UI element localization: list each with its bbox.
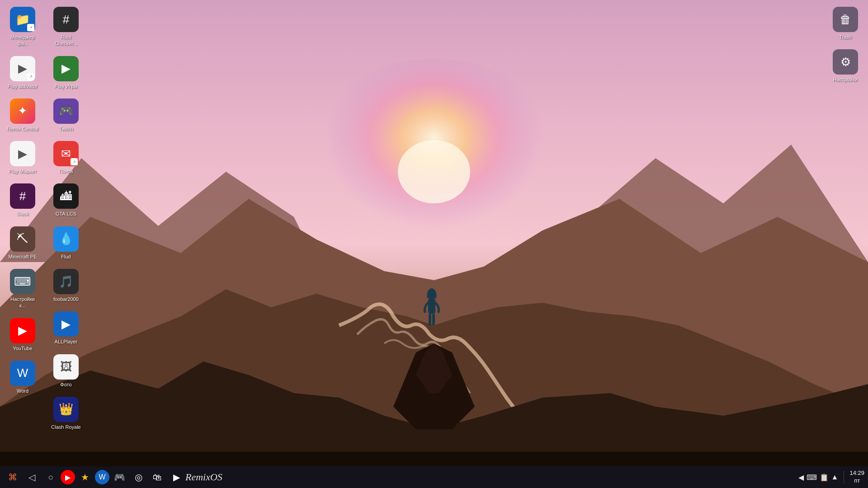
desktop-icon-label-minecraft-pe: Minecraft PE xyxy=(9,253,37,260)
desktop-icon-root-checker[interactable]: #Root Checker... xyxy=(48,5,84,49)
star-taskbar-icon[interactable]: ★ xyxy=(76,468,94,486)
desktop-icon-clash-royale[interactable]: 👑Clash Royale xyxy=(48,394,84,432)
desktop-icon-label-play-igry: Play Игры xyxy=(55,83,77,89)
clipboard-icon[interactable]: 📋 xyxy=(820,473,829,482)
desktop-icon-img-play-igry: ▶ xyxy=(53,56,79,81)
desktop-icon-minecraft-pe[interactable]: ⛏Minecraft PE xyxy=(5,224,41,262)
desktop-icon-img-play-activator: ▶↗ xyxy=(10,56,35,81)
audio-icon[interactable]: ◀ xyxy=(798,473,804,482)
word-taskbar-icon[interactable]: W xyxy=(95,470,109,484)
taskbar-separator xyxy=(844,471,844,483)
desktop-icon-play-activator[interactable]: ▶↗Play activator xyxy=(5,54,41,92)
desktop-icon-img-pochta: ✉↗ xyxy=(53,141,79,166)
desktop-icon-img-root-checker: # xyxy=(53,7,79,32)
desktop-icon-label-clash-royale: Clash Royale xyxy=(51,424,80,430)
desktop-icon-img-settings-k: ⌨ xyxy=(10,269,35,294)
desktop-icon-twitch[interactable]: 🎮Twitch xyxy=(48,96,84,134)
youtube-taskbar-icon[interactable]: ▶ xyxy=(61,470,75,484)
remix-brand-label: RemixOS xyxy=(185,471,222,483)
desktop-icon-trash[interactable]: 🗑Trash xyxy=(827,5,863,42)
desktop-icon-img-play-market: ▶ xyxy=(10,141,35,166)
desktop-icon-img-settings-sys: ⚙ xyxy=(833,49,858,75)
taskbar-right: ◀⌨📋▲ 14:29 пт xyxy=(798,469,864,485)
notification-icon[interactable]: ▲ xyxy=(831,473,839,481)
desktop-icon-label-allplayer: ALLPlayer xyxy=(55,338,78,345)
back-button[interactable]: ◁ xyxy=(23,468,41,486)
desktop-icon-label-twitch: Twitch xyxy=(59,126,73,132)
desktop-icon-label-settings-k: Настройки к... xyxy=(7,296,38,309)
desktop-icon-img-file-manager: 📁↗ xyxy=(10,7,35,32)
keyboard-icon[interactable]: ⌨ xyxy=(807,473,817,482)
desktop-icon-label-settings-sys: Настройки xyxy=(833,76,858,83)
desktop-icon-img-allplayer: ▶ xyxy=(53,311,79,337)
play-taskbar-icon[interactable]: ▶ xyxy=(167,468,185,486)
desktop-icon-img-foobar2000: 🎵 xyxy=(53,269,79,294)
desktop-icon-label-file-manager: Менеджер фа... xyxy=(7,34,38,47)
desktop-icon-settings-k[interactable]: ⌨Настройки к... xyxy=(5,267,41,311)
desktop-icon-flud[interactable]: 💧Flud xyxy=(48,224,84,262)
shortcut-badge: ↗ xyxy=(27,24,34,31)
clock-day: пт xyxy=(849,477,864,485)
desktop-icon-slack[interactable]: #Slack xyxy=(5,181,41,219)
twitch-taskbar-icon[interactable]: 🎮 xyxy=(110,468,128,486)
desktop-icon-label-play-market: Play Маркет xyxy=(9,168,37,174)
desktop-icon-pochta[interactable]: ✉↗Почта xyxy=(48,139,84,177)
desktop-icon-img-foto: 🖼 xyxy=(53,354,79,380)
desktop-icon-label-play-activator: Play activator xyxy=(8,83,38,89)
desktop-icon-label-slack: Slack xyxy=(17,211,29,217)
desktop-icon-play-igry[interactable]: ▶Play Игры xyxy=(48,54,84,92)
desktop-icon-img-clash-royale: 👑 xyxy=(53,397,79,422)
desktop-icon-label-flud: Flud xyxy=(61,253,71,260)
desktop-icon-label-word: Word xyxy=(17,388,28,394)
taskbar-clock: 14:29 пт xyxy=(849,469,864,485)
desktop-icon-play-market[interactable]: ▶Play Маркет xyxy=(5,139,41,177)
desktop-icon-label-foobar2000: foobar2000 xyxy=(53,296,79,302)
desktop-icon-label-gta-lcs: GTA:LCS xyxy=(56,211,76,217)
desktop-icon-label-pochta: Почта xyxy=(59,168,73,174)
desktop-icon-label-youtube: YouTube xyxy=(13,345,32,352)
desktop-icon-settings-sys[interactable]: ⚙Настройки xyxy=(827,47,863,85)
shortcut-badge: ↗ xyxy=(27,73,34,80)
desktop-icon-label-root-checker: Root Checker... xyxy=(50,34,82,47)
clock-time: 14:29 xyxy=(849,469,864,477)
store-taskbar-icon[interactable]: 🛍 xyxy=(148,468,166,486)
taskbar-left: ⌘◁○▶★W🎮◎🛍▶ xyxy=(4,468,185,486)
desktop-icon-img-gta-lcs: 🏙 xyxy=(53,183,79,209)
desktop-icon-img-slack: # xyxy=(10,183,35,209)
desktop-icon-img-twitch: 🎮 xyxy=(53,99,79,124)
shortcut-badge: ↗ xyxy=(71,158,78,165)
desktop-icon-file-manager[interactable]: 📁↗Менеджер фа... xyxy=(5,5,41,49)
chrome-taskbar-icon[interactable]: ◎ xyxy=(129,468,147,486)
taskbar: ⌘◁○▶★W🎮◎🛍▶ RemixOS ◀⌨📋▲ 14:29 пт xyxy=(0,466,868,488)
desktop-icon-foobar2000[interactable]: 🎵foobar2000 xyxy=(48,267,84,305)
desktop-icon-youtube[interactable]: ▶YouTube xyxy=(5,316,41,354)
desktop-icon-word[interactable]: WWord xyxy=(5,358,41,396)
desktop-icon-foto[interactable]: 🖼Фото xyxy=(48,352,84,390)
desktop-icon-img-remix-central: ✦ xyxy=(10,99,35,124)
desktop-icon-img-trash: 🗑 xyxy=(833,7,858,32)
desktop-icon-img-flud: 💧 xyxy=(53,226,79,252)
taskbar-sys-icons: ◀⌨📋▲ xyxy=(798,473,839,482)
remix-logo-icon[interactable]: ⌘ xyxy=(4,468,22,486)
desktop-icon-label-foto: Фото xyxy=(60,381,71,388)
desktop-icon-allplayer[interactable]: ▶ALLPlayer xyxy=(48,309,84,347)
desktop-icon-img-youtube: ▶ xyxy=(10,318,35,343)
desktop-icon-gta-lcs[interactable]: 🏙GTA:LCS xyxy=(48,181,84,219)
desktop-icon-remix-central[interactable]: ✦Remix Central xyxy=(5,96,41,134)
home-button[interactable]: ○ xyxy=(42,468,60,486)
desktop-icon-label-remix-central: Remix Central xyxy=(7,126,38,132)
desktop-icon-img-minecraft-pe: ⛏ xyxy=(10,226,35,252)
desktop-icon-label-trash: Trash xyxy=(839,34,852,40)
desktop-icon-img-word: W xyxy=(10,361,35,386)
